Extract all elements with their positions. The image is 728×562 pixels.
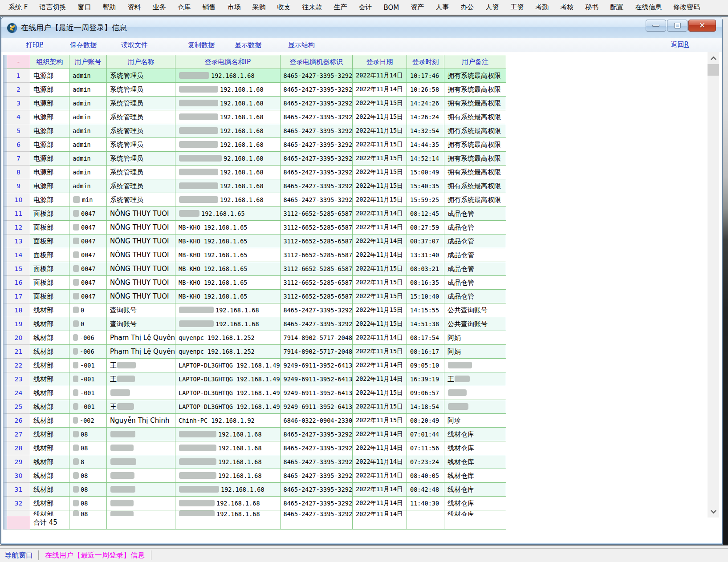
cell-machine[interactable]: 3112-6652-5285-6587 — [280, 221, 352, 235]
cell-name[interactable] — [107, 497, 175, 510]
cell-date[interactable]: 2022年11月15日 — [353, 138, 407, 152]
cell-time[interactable]: 08:16:17 — [407, 345, 444, 359]
cell-org[interactable]: 线材部 — [30, 345, 69, 359]
scrollbar-thumb[interactable] — [708, 64, 719, 76]
row-number[interactable]: 18 — [7, 303, 30, 317]
cell-date[interactable]: 2022年11月15日 — [353, 290, 407, 303]
active-window-tab[interactable]: 在线用户【最近一周登录】信息 — [39, 551, 151, 560]
cell-machine[interactable]: 8465-2427-3395-3292 — [280, 97, 352, 110]
cell-computer[interactable]: LAPTOP-DL3GHTQG 192.168.1.49 — [175, 400, 281, 414]
corner-header[interactable]: - — [7, 55, 30, 69]
cell-time[interactable]: 14:32:54 — [407, 124, 444, 138]
cell-date[interactable]: 2022年11月14日 — [353, 483, 407, 497]
cell-date[interactable]: 2022年11月14日 — [353, 428, 407, 441]
cell-org[interactable]: 线材部 — [30, 469, 69, 483]
cell-remark[interactable] — [444, 400, 506, 414]
cell-remark[interactable]: 王 — [444, 372, 506, 386]
cell-time[interactable]: 16:39:19 — [407, 372, 444, 386]
cell-org[interactable]: 线材部 — [30, 386, 69, 400]
menu-item[interactable]: 考勤 — [529, 1, 554, 13]
cell-time[interactable]: 07:01:44 — [407, 428, 444, 441]
cell-name[interactable]: 王 — [107, 372, 175, 386]
cell-time[interactable]: 08:17:54 — [407, 331, 444, 345]
cell-account[interactable]: admin — [69, 138, 107, 152]
menu-item[interactable]: 市场 — [221, 1, 246, 13]
column-header[interactable]: 登录电脑名和IP — [175, 55, 281, 69]
cell-org[interactable]: 电源部 — [30, 69, 69, 83]
row-selector[interactable] — [4, 235, 7, 248]
close-button[interactable]: ✕ — [688, 20, 716, 32]
menu-item[interactable]: 业务 — [146, 1, 171, 13]
cell-computer[interactable]: 192.168.1.68 — [175, 469, 281, 483]
cell-date[interactable]: 2022年11月14日 — [353, 469, 407, 483]
cell-date[interactable]: 2022年11月14日 — [353, 359, 407, 372]
menu-item[interactable]: 系统 F — [3, 1, 33, 13]
cell-machine[interactable]: 3112-6652-5285-6587 — [280, 207, 352, 221]
cell-name[interactable]: NÔNG THUY TUOI — [107, 235, 175, 248]
cell-account[interactable]: min — [69, 193, 107, 207]
row-number[interactable]: 17 — [7, 290, 30, 303]
cell-machine[interactable]: 8465-2427-3395-3292 — [280, 110, 352, 124]
cell-time[interactable]: 08:42:48 — [407, 483, 444, 497]
cell-computer[interactable]: 192.168.1.68 — [175, 179, 281, 193]
cell-computer[interactable]: 192.168.1.68 — [175, 317, 281, 331]
cell-remark[interactable]: 线材仓库 — [444, 510, 506, 516]
minimize-button[interactable] — [646, 20, 666, 32]
cell-computer[interactable]: MB-KHO 192.168.1.65 — [175, 276, 281, 290]
menu-item[interactable]: 秘书 — [579, 1, 604, 13]
cell-machine[interactable]: 8465-2427-3395-3292 — [280, 303, 352, 317]
cell-computer[interactable]: 192.168.1.68 — [175, 138, 281, 152]
column-header[interactable]: 用户账号 — [69, 55, 107, 69]
row-number[interactable]: 11 — [7, 207, 30, 221]
scroll-down-button[interactable] — [708, 506, 719, 518]
cell-account[interactable]: 08 — [69, 497, 107, 510]
show-structure-button[interactable]: 显示结构 — [288, 41, 315, 49]
cell-time[interactable]: 08:27:59 — [407, 221, 444, 235]
cell-remark[interactable]: 拥有系统最高权限 — [444, 110, 506, 124]
cell-name[interactable]: 系统管理员 — [107, 193, 175, 207]
row-selector[interactable] — [4, 138, 7, 152]
cell-date[interactable]: 2022年11月15日 — [353, 166, 407, 179]
cell-computer[interactable]: quyenpc 192.168.1.252 — [175, 345, 281, 359]
scroll-up-button[interactable] — [708, 52, 719, 64]
cell-remark[interactable]: 成品仓管 — [444, 262, 506, 276]
row-selector[interactable] — [4, 414, 7, 428]
menu-item[interactable]: 采购 — [246, 1, 271, 13]
cell-machine[interactable]: 8465-2427-3395-3292 — [280, 510, 352, 516]
row-number[interactable]: 15 — [7, 262, 30, 276]
menu-item[interactable]: 修改密码 — [667, 1, 706, 13]
cell-account[interactable]: admin — [69, 69, 107, 83]
cell-computer[interactable]: 192.168.1.68 — [175, 166, 281, 179]
cell-name[interactable]: 查询账号 — [107, 303, 175, 317]
cell-org[interactable]: 线材部 — [30, 359, 69, 372]
cell-machine[interactable]: 8465-2427-3395-3292 — [280, 179, 352, 193]
cell-computer[interactable]: 192.168.1.68 — [175, 97, 281, 110]
cell-name[interactable]: 查询账号 — [107, 317, 175, 331]
cell-remark[interactable]: 拥有系统最高权限 — [444, 138, 506, 152]
cell-machine[interactable]: 9249-6911-3952-6413 — [280, 372, 352, 386]
cell-date[interactable]: 2022年11月14日 — [353, 207, 407, 221]
row-selector[interactable] — [4, 97, 7, 110]
cell-name[interactable]: 王 — [107, 400, 175, 414]
row-selector[interactable] — [4, 345, 7, 359]
cell-time[interactable]: 14:18:54 — [407, 400, 444, 414]
cell-org[interactable]: 线材部 — [30, 510, 69, 516]
cell-time[interactable]: 07:11:56 — [407, 441, 444, 455]
menu-item[interactable]: 帮助 — [97, 1, 122, 13]
cell-org[interactable]: 线材部 — [30, 497, 69, 510]
cell-time[interactable]: 08:03:21 — [407, 262, 444, 276]
cell-date[interactable]: 2022年11月15日 — [353, 414, 407, 428]
cell-remark[interactable] — [444, 359, 506, 372]
cell-remark[interactable] — [444, 386, 506, 400]
cell-name[interactable] — [107, 483, 175, 497]
cell-name[interactable] — [107, 428, 175, 441]
cell-date[interactable]: 2022年11月15日 — [353, 386, 407, 400]
cell-name[interactable]: 王 — [107, 359, 175, 372]
cell-remark[interactable]: 拥有系统最高权限 — [444, 124, 506, 138]
cell-remark[interactable]: 阿娟 — [444, 331, 506, 345]
cell-computer[interactable]: LAPTOP-DL3GHTQG 192.168.1.49 — [175, 386, 281, 400]
cell-time[interactable]: 09:06:57 — [407, 386, 444, 400]
menu-item[interactable]: 办公 — [455, 1, 480, 13]
row-selector[interactable] — [4, 372, 7, 386]
cell-org[interactable]: 线材部 — [30, 331, 69, 345]
